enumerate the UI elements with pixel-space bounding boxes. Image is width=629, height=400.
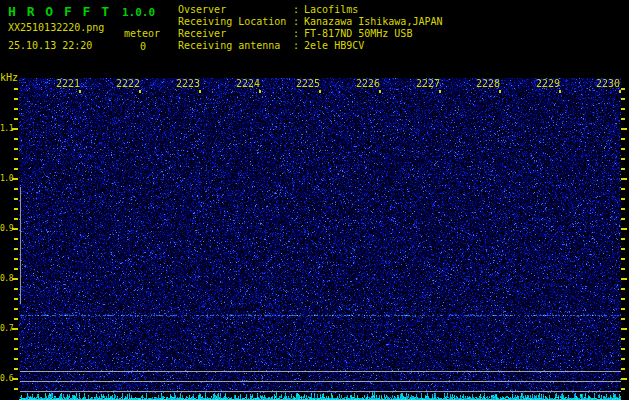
y-tick-minor (14, 318, 18, 320)
x-tick-label: 2224 (234, 79, 260, 89)
spectrogram (19, 78, 621, 400)
y-tick-major (621, 328, 627, 330)
y-tick-minor (14, 338, 18, 340)
x-tick (199, 90, 201, 93)
output-filename: XX2510132220.png (8, 23, 104, 33)
y-tick-minor (621, 198, 625, 200)
y-tick-label: 1.0 (0, 175, 12, 183)
y-tick-minor (621, 318, 625, 320)
y-tick-minor (14, 288, 18, 290)
info-row: Receiving antenna:2ele HB9CV (178, 40, 364, 51)
y-tick-minor (14, 148, 18, 150)
y-tick-minor (621, 348, 625, 350)
y-tick-minor (621, 238, 625, 240)
y-tick-label: 0.6 (0, 375, 12, 383)
y-tick-minor (14, 198, 18, 200)
y-tick-minor (621, 188, 625, 190)
y-tick-minor (14, 308, 18, 310)
y-tick-minor (14, 268, 18, 270)
info-row: Receiving Location:Kanazawa Ishikawa,JAP… (178, 16, 443, 27)
y-tick-minor (621, 118, 625, 120)
x-tick-label: 2229 (534, 79, 560, 89)
x-tick-label: 2228 (474, 79, 500, 89)
y-tick-minor (14, 388, 18, 390)
x-tick-label: 2230 (594, 79, 620, 89)
y-tick-major (12, 178, 18, 180)
x-tick (319, 90, 321, 93)
x-tick (499, 90, 501, 93)
y-tick-label: 0.8 (0, 275, 12, 283)
y-tick-minor (621, 138, 625, 140)
y-tick-major (12, 228, 18, 230)
y-tick-label: 0.7 (0, 325, 12, 333)
info-colon: : (293, 4, 299, 15)
y-tick-minor (14, 208, 18, 210)
info-label: Receiver (178, 28, 293, 39)
y-tick-minor (14, 368, 18, 370)
y-tick-major (12, 128, 18, 130)
y-tick-minor (621, 338, 625, 340)
y-tick-minor (621, 218, 625, 220)
info-value: Lacofilms (304, 4, 358, 15)
y-tick-minor (621, 98, 625, 100)
y-tick-minor (621, 368, 625, 370)
info-colon: : (293, 40, 299, 51)
info-row: Ovserver:Lacofilms (178, 4, 358, 15)
y-tick-minor (621, 208, 625, 210)
x-tick (139, 90, 141, 93)
y-tick-minor (621, 358, 625, 360)
info-colon: : (293, 16, 299, 27)
x-tick-label: 2225 (294, 79, 320, 89)
y-tick-minor (621, 248, 625, 250)
meteor-count: 0 (140, 42, 146, 52)
y-tick-minor (14, 188, 18, 190)
y-tick-minor (14, 258, 18, 260)
y-tick-minor (14, 348, 18, 350)
y-tick-major (621, 278, 627, 280)
info-label: Receiving Location (178, 16, 293, 27)
y-tick-minor (14, 88, 18, 90)
x-tick (259, 90, 261, 93)
info-value: Kanazawa Ishikawa,JAPAN (304, 16, 442, 27)
y-tick-minor (14, 358, 18, 360)
x-tick (379, 90, 381, 93)
y-tick-minor (621, 298, 625, 300)
y-tick-minor (14, 138, 18, 140)
y-tick-minor (621, 168, 625, 170)
x-tick-label: 2221 (54, 79, 80, 89)
y-tick-minor (621, 268, 625, 270)
y-tick-minor (621, 148, 625, 150)
info-row: Receiver:FT-817ND 50MHz USB (178, 28, 412, 39)
x-tick-label: 2226 (354, 79, 380, 89)
y-tick-minor (621, 388, 625, 390)
y-tick-minor (14, 248, 18, 250)
y-axis-unit-label: kHz (0, 73, 18, 83)
y-tick-minor (14, 118, 18, 120)
y-tick-major (12, 378, 18, 380)
x-tick-label: 2227 (414, 79, 440, 89)
y-tick-minor (14, 238, 18, 240)
info-colon: : (293, 28, 299, 39)
y-tick-minor (14, 158, 18, 160)
mode-label: meteor (124, 29, 160, 39)
datetime-label: 25.10.13 22:20 (8, 41, 92, 51)
y-tick-minor (14, 218, 18, 220)
info-label: Receiving antenna (178, 40, 293, 51)
y-tick-minor (621, 308, 625, 310)
y-tick-minor (14, 98, 18, 100)
y-tick-major (621, 378, 627, 380)
y-tick-major (621, 228, 627, 230)
y-tick-minor (14, 168, 18, 170)
x-tick (559, 90, 561, 93)
y-tick-minor (621, 288, 625, 290)
x-tick (619, 90, 621, 93)
x-tick (439, 90, 441, 93)
hrofft-window: H R O F F T 1.0.0 XX2510132220.png meteo… (0, 0, 629, 400)
info-value: 2ele HB9CV (304, 40, 364, 51)
x-tick-label: 2223 (174, 79, 200, 89)
y-tick-minor (14, 108, 18, 110)
y-tick-label: 0.9 (0, 225, 12, 233)
y-tick-minor (621, 88, 625, 90)
app-version: 1.0.0 (122, 7, 155, 18)
y-tick-major (12, 278, 18, 280)
